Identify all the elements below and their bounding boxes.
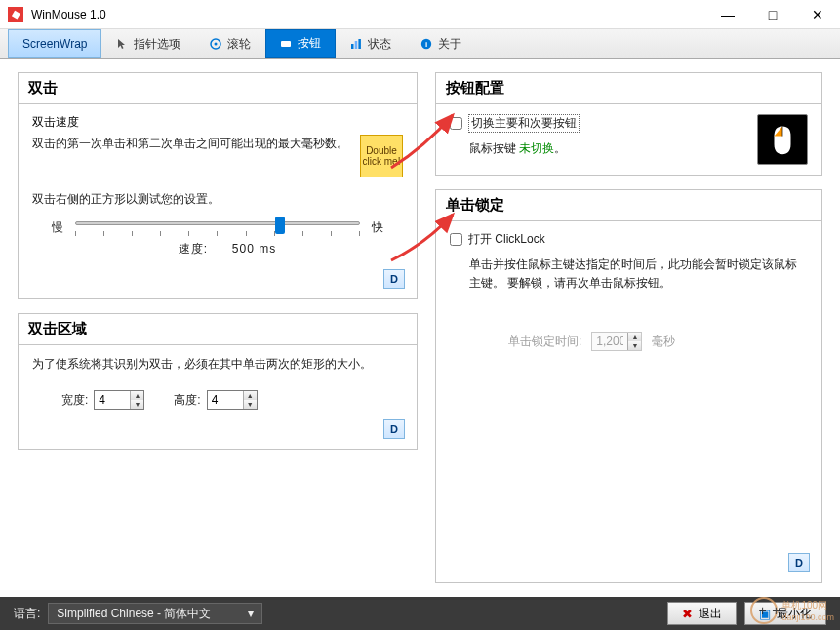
speed-label: 双击速度 (32, 114, 403, 131)
target-icon (210, 38, 221, 50)
group-title: 单击锁定 (436, 190, 821, 221)
svg-rect-4 (355, 41, 358, 49)
spin-up-icon[interactable]: ▲ (131, 391, 143, 400)
svg-text:i: i (425, 40, 427, 49)
svg-rect-2 (281, 41, 291, 47)
clicklock-checkbox[interactable] (450, 233, 462, 246)
tabbar: ScreenWrap 指针选项 滚轮 按钮 状态 i 关于 (0, 29, 840, 59)
spin-down-icon: ▼ (628, 341, 641, 350)
exit-label: 退出 (699, 606, 722, 622)
tab-about[interactable]: i 关于 (406, 29, 476, 58)
swap-status: 未切换 (519, 141, 554, 155)
group-title: 按钮配置 (436, 73, 821, 104)
close-button[interactable]: ✕ (795, 0, 840, 29)
speed-slider[interactable] (75, 216, 360, 239)
fast-label: 快 (372, 219, 383, 236)
speed-description: 双击的第一次单击和第二次单击之间可能出现的最大毫秒数。 (32, 135, 350, 152)
tab-label: 滚轮 (227, 36, 251, 53)
chevron-down-icon: ▾ (248, 607, 254, 620)
mouse-icon (757, 114, 808, 165)
tab-label: ScreenWrap (22, 37, 87, 51)
double-click-test-box[interactable]: Double click me! (360, 135, 403, 177)
minimize-button[interactable]: — (705, 0, 750, 29)
language-value: Simplified Chinese - 简体中文 (57, 606, 211, 622)
cursor-icon (116, 38, 128, 50)
content-area: 双击 双击速度 双击的第一次单击和第二次单击之间可能出现的最大毫秒数。 Doub… (0, 59, 840, 597)
tab-screenwrap[interactable]: ScreenWrap (8, 29, 101, 58)
svg-rect-5 (359, 39, 362, 49)
speed-prefix: 速度: (179, 242, 208, 256)
minimize-label: 最小化 (777, 606, 812, 622)
tab-state[interactable]: 状态 (336, 29, 406, 58)
svg-rect-3 (351, 44, 354, 49)
maximize-button[interactable]: □ (750, 0, 795, 29)
tab-label: 指针选项 (134, 36, 180, 53)
width-spinner[interactable]: ▲▼ (94, 390, 144, 410)
group-title: 双击区域 (19, 314, 417, 345)
app-icon: ◆ (8, 7, 23, 22)
lock-time-label: 单击锁定时间: (508, 334, 581, 350)
width-label: 宽度: (61, 392, 88, 409)
spin-up-icon: ▲ (628, 333, 641, 341)
swap-sub-suffix: 。 (554, 141, 566, 155)
spin-down-icon[interactable]: ▼ (244, 400, 257, 409)
minimize-icon: ▣ (759, 607, 771, 621)
clicklock-description: 单击并按住鼠标主键达指定的时间后，此功能会暂时锁定该鼠标主键。 要解锁，请再次单… (450, 256, 808, 293)
button-icon (280, 38, 292, 50)
height-input[interactable] (208, 391, 243, 409)
group-click-lock: 单击锁定 打开 ClickLock 单击并按住鼠标主键达指定的时间后，此功能会暂… (435, 189, 822, 583)
height-spinner[interactable]: ▲▼ (207, 390, 258, 410)
bottom-bar: 语言: Simplified Chinese - 简体中文 ▾ ✖ 退出 ▣ 最… (0, 597, 840, 630)
spin-up-icon[interactable]: ▲ (244, 391, 257, 400)
default-button[interactable]: D (383, 419, 405, 439)
group-button-config: 按钮配置 切换主要和次要按钮 鼠标按键 未切换。 (435, 72, 822, 176)
titlebar: ◆ WinMouse 1.0 — □ ✕ (0, 0, 840, 29)
group-double-click: 双击 双击速度 双击的第一次单击和第二次单击之间可能出现的最大毫秒数。 Doub… (18, 72, 418, 299)
test-hint: 双击右侧的正方形以测试您的设置。 (32, 191, 403, 208)
lock-time-spinner: ▲▼ (591, 332, 642, 351)
height-label: 高度: (174, 392, 200, 409)
clicklock-checkbox-row[interactable]: 打开 ClickLock (450, 231, 808, 248)
tab-pointer-options[interactable]: 指针选项 (101, 29, 195, 58)
tab-label: 状态 (368, 36, 391, 53)
slider-thumb[interactable] (275, 217, 285, 234)
area-description: 为了使系统将其识别为双击，必须在其中单击两次的矩形的大小。 (32, 355, 403, 373)
bars-icon (350, 38, 362, 50)
tab-buttons[interactable]: 按钮 (265, 29, 336, 58)
tab-wheel[interactable]: 滚轮 (195, 29, 265, 58)
tab-label: 按钮 (298, 35, 321, 52)
tab-label: 关于 (438, 36, 461, 53)
group-double-click-area: 双击区域 为了使系统将其识别为双击，必须在其中单击两次的矩形的大小。 宽度: ▲… (18, 313, 418, 450)
speed-value: 500 ms (232, 242, 276, 256)
lock-time-unit: 毫秒 (652, 334, 675, 350)
exit-button[interactable]: ✖ 退出 (667, 602, 737, 625)
clicklock-label: 打开 ClickLock (468, 231, 545, 248)
swap-label: 切换主要和次要按钮 (468, 114, 580, 133)
minimize-to-tray-button[interactable]: ▣ 最小化 (744, 602, 826, 625)
width-input[interactable] (95, 391, 130, 409)
swap-sub-prefix: 鼠标按键 (469, 141, 519, 155)
slow-label: 慢 (52, 219, 63, 236)
svg-point-1 (215, 43, 218, 46)
default-button[interactable]: D (383, 269, 405, 289)
close-icon: ✖ (682, 607, 693, 621)
spin-down-icon[interactable]: ▼ (131, 400, 143, 409)
language-label: 语言: (14, 606, 40, 622)
lock-time-input (592, 333, 627, 350)
swap-buttons-checkbox[interactable] (450, 117, 462, 130)
default-button[interactable]: D (788, 553, 810, 572)
language-select[interactable]: Simplified Chinese - 简体中文 ▾ (48, 603, 262, 624)
group-title: 双击 (19, 73, 417, 104)
swap-buttons-checkbox-row[interactable]: 切换主要和次要按钮 (450, 114, 747, 133)
info-icon: i (420, 38, 432, 50)
window-title: WinMouse 1.0 (31, 8, 705, 21)
